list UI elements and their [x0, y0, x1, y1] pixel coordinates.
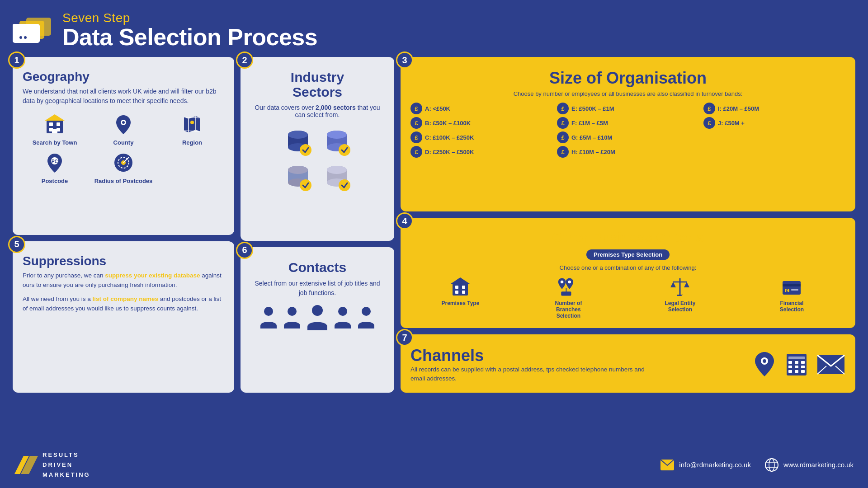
turnover-h: £ H: £10M – £20M	[557, 146, 699, 158]
svg-rect-48	[455, 286, 458, 289]
turnover-grid: £ A: <£50K £ E: £500K – £1M £ I: £20M – …	[410, 103, 845, 158]
turnover-b-label: B: £50K – £100K	[425, 120, 471, 127]
svg-rect-47	[453, 283, 468, 296]
contacts-card: 6 Contacts Select from our extensive lis…	[241, 247, 394, 393]
geo-item-town: Search by Town	[23, 112, 87, 146]
footer-email-text: info@rdmarketing.co.uk	[679, 461, 751, 469]
pound-icon-e: £	[557, 103, 569, 114]
svg-rect-55	[561, 291, 571, 296]
svg-rect-49	[462, 286, 465, 289]
other-biz-card: 4 Other Business Criteria Premises Type …	[401, 218, 855, 328]
svg-point-4	[19, 36, 22, 39]
other-biz-heading: Other Business Criteria	[410, 230, 845, 245]
svg-rect-8	[57, 122, 60, 126]
svg-point-42	[264, 307, 273, 316]
turnover-b: £ B: £50K – £100K	[410, 117, 552, 129]
svg-point-53	[561, 281, 563, 283]
footer-website-text: www.rdmarketing.co.uk	[783, 461, 854, 469]
svg-point-46	[362, 307, 371, 316]
industry-text: Our data covers over 2,000 sectors that …	[250, 104, 384, 118]
geography-card: 1 Geography We understand that not all c…	[13, 57, 234, 235]
step-4-badge: 4	[396, 212, 413, 230]
pound-icon-i: £	[703, 103, 715, 114]
geo-label-town: Search by Town	[33, 139, 77, 146]
main-container: Seven Step Data Selection Process 1 Geog…	[0, 0, 868, 488]
contact-icons	[259, 303, 376, 330]
channels-heading: Channels	[410, 346, 646, 365]
header-text: Seven Step Data Selection Process	[62, 11, 317, 49]
turnover-d-label: D: £250K – £500K	[425, 149, 474, 155]
person-icon-2	[282, 305, 302, 328]
person-icon-1	[259, 305, 278, 328]
geo-item-radius: Radius of Postcodes	[91, 150, 156, 184]
channels-icons	[752, 351, 845, 378]
criteria-subtitle: Choose one or a combination of any of th…	[410, 264, 845, 271]
svg-point-14	[122, 121, 125, 124]
person-icon-4	[356, 305, 376, 328]
pound-icon-d: £	[410, 146, 422, 158]
footer-logo-line2: DRIVEN	[42, 460, 90, 470]
svg-rect-75	[788, 370, 792, 373]
channels-text: All records can be supplied with a posta…	[410, 365, 646, 384]
svg-point-85	[769, 459, 774, 471]
turnover-g: £ G: £5M – £10M	[557, 131, 699, 143]
turnover-j: £ J: £50M +	[703, 117, 845, 129]
pound-icon-a: £	[410, 103, 422, 114]
svg-rect-50	[455, 291, 458, 294]
svg-point-5	[24, 36, 27, 39]
svg-point-26	[300, 144, 311, 156]
suppressions-text2: All we need from you is a list of compan…	[23, 295, 224, 314]
criteria-items: Premises Type	[410, 276, 845, 319]
svg-rect-70	[795, 361, 798, 364]
turnover-f-label: F: £1M – £5M	[571, 120, 608, 127]
svg-text:£: £	[786, 288, 788, 293]
pound-icon-g: £	[557, 131, 569, 143]
geo-item-region: Region	[160, 112, 224, 146]
footer-globe-icon	[764, 458, 779, 472]
pound-icon-j: £	[703, 117, 715, 129]
size-org-heading: Size of Organisation	[410, 69, 845, 88]
geo-item-postcode: PC Postcode	[23, 150, 87, 184]
step-3-badge: 3	[396, 52, 413, 69]
svg-rect-51	[462, 291, 465, 294]
footer-website: www.rdmarketing.co.uk	[764, 458, 854, 472]
svg-rect-69	[788, 361, 792, 364]
criteria-branches-label: Number of Branches Selection	[546, 300, 591, 319]
svg-rect-72	[788, 366, 792, 368]
pound-icon-h: £	[557, 146, 569, 158]
geo-label-radius: Radius of Postcodes	[94, 178, 153, 184]
svg-marker-11	[45, 114, 65, 121]
building-icon	[42, 112, 67, 136]
footer-logo: RESULTS DRIVEN MARKETING	[14, 450, 90, 480]
svg-point-66	[763, 359, 766, 363]
svg-rect-7	[49, 122, 53, 126]
criteria-legal-label: Legal Entity Selection	[657, 300, 703, 313]
turnover-h-label: H: £10M – £20M	[571, 149, 615, 155]
svg-point-84	[765, 459, 778, 471]
footer-contact: info@rdmarketing.co.uk www.rdmarketing.c…	[660, 458, 854, 472]
svg-point-31	[339, 144, 350, 156]
database-icon-2	[321, 127, 353, 158]
svg-rect-76	[795, 370, 798, 373]
channel-email-icon	[816, 353, 845, 376]
svg-point-44	[312, 305, 323, 316]
person-icon-3	[333, 305, 353, 328]
svg-point-30	[327, 131, 347, 139]
person-icon-center	[306, 303, 329, 330]
criteria-branches: Number of Branches Selection	[546, 276, 591, 319]
criteria-premises: Premises Type	[442, 276, 480, 319]
criteria-legal: Legal Entity Selection	[657, 276, 703, 319]
footer-email: info@rdmarketing.co.uk	[660, 459, 751, 471]
turnover-c-label: C: £100K – £250K	[425, 134, 474, 141]
svg-rect-74	[801, 366, 805, 368]
geo-label-county: County	[113, 139, 134, 146]
footer-logo-line3: MARKETING	[42, 470, 90, 480]
turnover-e: £ E: £500K – £1M	[557, 103, 699, 114]
geo-label-region: Region	[182, 139, 202, 146]
industry-card: 2 IndustrySectors Our data covers over 2…	[241, 57, 394, 241]
svg-rect-73	[795, 366, 798, 368]
suppressions-text1: Prior to any purchase, we can suppress y…	[23, 271, 224, 290]
header: Seven Step Data Selection Process	[13, 11, 855, 49]
geography-grid: Search by Town County	[23, 112, 224, 184]
turnover-g-label: G: £5M – £10M	[571, 134, 612, 141]
